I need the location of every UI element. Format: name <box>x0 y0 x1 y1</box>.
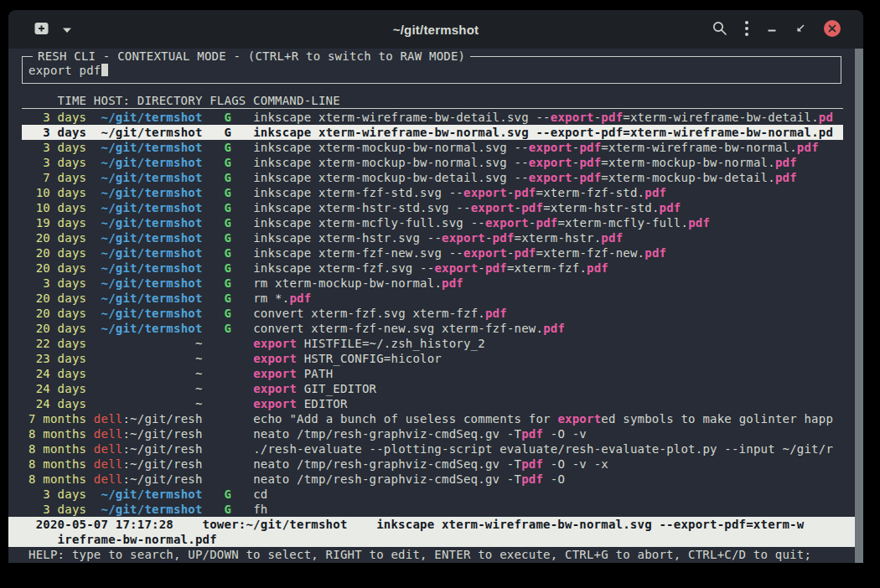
row-text-segment: export <box>253 352 297 365</box>
row-text-segment: 20 days <box>28 322 86 335</box>
row-text-segment <box>203 111 225 124</box>
history-row[interactable]: 3 days ~/git/termshot G inkscape xterm-m… <box>22 140 843 155</box>
row-text-segment <box>203 472 254 486</box>
row-text-segment: pdf <box>601 111 623 124</box>
history-row[interactable]: 24 days ~ export EDITOR <box>22 396 843 411</box>
row-text-segment: ed symbols to make golinter happ <box>601 412 833 426</box>
row-text-segment: 8 months <box>28 442 86 456</box>
row-text-segment: pd <box>819 126 833 139</box>
row-text-segment: - <box>515 201 522 214</box>
row-text-segment: G <box>225 111 232 124</box>
row-text-segment: convert xterm-fzf-new.svg xterm-fzf-new. <box>253 322 543 335</box>
row-text-segment <box>86 246 101 260</box>
minimize-icon <box>766 23 778 37</box>
detail-line-2: ireframe-bw-normal.pdf <box>28 532 855 547</box>
row-text-segment: =xterm-hstr-std. <box>543 201 659 214</box>
row-text-segment <box>86 261 101 275</box>
history-row[interactable]: 3 days ~/git/termshot G rm xterm-mockup-… <box>22 276 843 291</box>
row-text-segment: 19 days <box>28 216 86 230</box>
row-text-segment <box>203 231 225 245</box>
search-query-text: export pdf <box>28 64 101 77</box>
row-text-segment <box>203 427 254 441</box>
search-button[interactable] <box>712 20 727 39</box>
history-row[interactable]: 8 months dell:~/git/resh neato /tmp/resh… <box>22 426 843 441</box>
row-text-segment: ~/git/termshot <box>101 216 203 230</box>
row-text-segment: 3 days <box>28 487 86 501</box>
restore-button[interactable] <box>795 23 806 37</box>
history-row[interactable]: 10 days ~/git/termshot G inkscape xterm-… <box>22 200 843 215</box>
row-text-segment: pd <box>819 111 833 124</box>
row-text-segment: inkscape xterm-mockup-bw-detail.svg -- <box>253 171 529 184</box>
minimize-button[interactable] <box>766 23 778 37</box>
row-text-segment: dell <box>94 457 123 471</box>
row-text-segment: pdf <box>521 457 543 471</box>
row-text-segment: 20 days <box>28 246 86 260</box>
detail-line-1: 2020-05-07 17:17:28 tower:~/git/termshot… <box>28 517 855 532</box>
history-row[interactable]: 20 days ~/git/termshot G inkscape xterm-… <box>22 230 843 245</box>
history-row[interactable]: 10 days ~/git/termshot G inkscape xterm-… <box>22 185 843 200</box>
row-text-segment <box>231 276 253 290</box>
history-row[interactable]: 7 days ~/git/termshot G inkscape xterm-m… <box>22 170 843 185</box>
history-row[interactable]: 3 days ~/git/termshot G inkscape xterm-w… <box>22 125 843 140</box>
history-row[interactable]: 20 days ~/git/termshot G rm *.pdf <box>22 291 843 306</box>
history-row[interactable]: 8 months dell:~/git/resh neato /tmp/resh… <box>22 456 843 472</box>
history-row[interactable]: 8 months dell:~/git/resh neato /tmp/resh… <box>22 472 843 487</box>
row-text-segment: G <box>225 307 232 320</box>
row-text-segment <box>86 427 94 441</box>
row-text-segment: G <box>225 201 232 214</box>
history-row[interactable]: 20 days ~/git/termshot G inkscape xterm-… <box>22 260 843 276</box>
row-text-segment: pdf <box>579 141 601 154</box>
row-text-segment: G <box>225 141 232 154</box>
row-text-segment <box>203 291 225 305</box>
row-text-segment: fh <box>253 503 267 516</box>
history-row[interactable]: 7 months dell:~/git/resh echo "Add a bun… <box>22 411 843 426</box>
history-row[interactable]: 19 days ~/git/termshot G inkscape xterm-… <box>22 215 843 230</box>
row-text-segment <box>203 337 254 350</box>
row-text-segment <box>231 216 253 230</box>
row-text-segment: pdf <box>515 186 536 199</box>
row-text-segment: export <box>557 412 601 426</box>
row-text-segment: - <box>529 216 536 230</box>
row-text-segment: G <box>225 186 232 199</box>
row-text-segment: pdf <box>289 291 311 305</box>
tab-dropdown-button[interactable] <box>62 23 72 36</box>
row-text-segment <box>86 457 94 471</box>
row-text-segment: export <box>551 126 594 139</box>
close-button[interactable] <box>823 19 841 40</box>
row-text-segment: export <box>529 141 572 154</box>
titlebar-right-controls <box>712 19 863 40</box>
row-text-segment: PATH <box>297 367 333 380</box>
row-text-segment <box>86 337 195 350</box>
menu-button[interactable] <box>744 20 749 39</box>
row-text-segment <box>203 352 254 365</box>
history-row[interactable]: 24 days ~ export GIT_EDITOR <box>22 381 843 396</box>
search-icon <box>712 20 727 39</box>
row-text-segment: ~/git/termshot <box>101 261 203 275</box>
history-row[interactable]: 20 days ~/git/termshot G convert xterm-f… <box>22 321 843 336</box>
row-text-segment: pdf <box>521 427 543 441</box>
history-row[interactable]: 8 months dell:~/git/resh ./resh-evaluate… <box>22 441 843 456</box>
row-text-segment: =xterm-mockup-bw-detail. <box>601 171 775 184</box>
row-text-segment: ~ <box>195 367 203 380</box>
row-text-segment: EDITOR <box>297 397 348 410</box>
scrollbar[interactable] <box>855 49 863 563</box>
resh-cli-app: RESH CLI - CONTEXTUAL MODE - (CTRL+R to … <box>8 49 855 563</box>
history-row[interactable]: 3 days ~/git/termshot G fh <box>22 502 843 517</box>
row-text-segment: export <box>471 201 515 214</box>
history-row[interactable]: 22 days ~ export HISTFILE=~/.zsh_history… <box>22 336 843 351</box>
row-text-segment: -O <box>543 472 565 486</box>
new-tab-button[interactable] <box>34 22 50 38</box>
row-text-segment <box>86 171 101 184</box>
history-row[interactable]: 20 days ~/git/termshot G inkscape xterm-… <box>22 245 843 260</box>
row-text-segment: inkscape xterm-mockup-bw-normal.svg -- <box>253 156 529 169</box>
history-row[interactable]: 23 days ~ export HSTR_CONFIG=hicolor <box>22 351 843 366</box>
row-text-segment <box>231 141 253 154</box>
history-row[interactable]: 3 days ~/git/termshot G inkscape xterm-w… <box>22 110 843 125</box>
row-text-segment: :~/git/resh <box>122 412 202 426</box>
row-text-segment: ~/git/termshot <box>101 322 203 335</box>
history-row[interactable]: 3 days ~/git/termshot G cd <box>22 487 843 502</box>
history-row[interactable]: 20 days ~/git/termshot G convert xterm-f… <box>22 306 843 321</box>
history-row[interactable]: 24 days ~ export PATH <box>22 366 843 381</box>
history-row[interactable]: 3 days ~/git/termshot G inkscape xterm-m… <box>22 155 843 170</box>
row-text-segment: export <box>529 171 572 184</box>
